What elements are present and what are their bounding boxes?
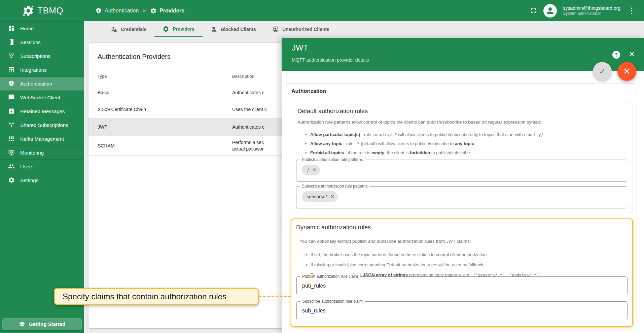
sidebar-item-label: Authentication bbox=[20, 81, 52, 87]
sidebar-item-retained-messages[interactable]: Retained Messages bbox=[0, 104, 84, 118]
sidebar-item-subscriptions[interactable]: Subscriptions bbox=[0, 49, 84, 63]
rule-bullet: If set, the broker uses the topic patter… bbox=[311, 252, 625, 258]
sidebar-item-kafka-management[interactable]: Kafka Management bbox=[0, 132, 84, 146]
chip-remove-icon[interactable]: ✕ bbox=[330, 194, 334, 200]
sidebar-item-label: Integrations bbox=[20, 67, 46, 73]
sidebar-item-label: Kafka Management bbox=[20, 136, 64, 142]
rule-bullet: Allow any topic - rule .* (default) will… bbox=[310, 140, 626, 147]
cell-type: Basic bbox=[98, 90, 109, 95]
getting-started-button[interactable]: Getting Started bbox=[2, 318, 82, 330]
column-header-type[interactable]: Type bbox=[98, 74, 107, 79]
sidebar-item-users[interactable]: Users bbox=[0, 160, 84, 173]
chip-remove-icon[interactable]: ✕ bbox=[312, 167, 317, 173]
integrations-icon bbox=[8, 66, 15, 73]
person-off-icon bbox=[211, 26, 217, 33]
field-label: Subscribe authorization rule claim bbox=[300, 299, 365, 304]
default-rules-title: Default authorization rules bbox=[297, 108, 368, 115]
annotation-callout: Specify claims that contain authorizatio… bbox=[54, 288, 259, 305]
fullscreen-button[interactable] bbox=[529, 7, 537, 15]
sidebar-item-integrations[interactable]: Integrations bbox=[0, 63, 84, 77]
pattern-chip: .* ✕ bbox=[302, 165, 320, 175]
publish-claim-input[interactable] bbox=[297, 277, 613, 295]
tab-label: Providers bbox=[173, 26, 194, 32]
gear-icon bbox=[163, 26, 169, 32]
help-button[interactable]: ? bbox=[612, 51, 620, 59]
dynamic-authorization-rules-card: Dynamic authorization rules You can opti… bbox=[291, 219, 633, 327]
breadcrumb-separator: > bbox=[142, 8, 147, 13]
field-label: Publish authorization rule claim bbox=[300, 274, 360, 279]
field-label: Subscribe authorization rule patterns bbox=[300, 184, 369, 189]
sidebar-item-shared-subscriptions[interactable]: Shared Subscriptions bbox=[0, 118, 84, 132]
cell-type: SCRAM bbox=[98, 143, 115, 148]
fullscreen-icon bbox=[529, 7, 537, 15]
person-icon bbox=[545, 6, 555, 16]
rule-bullet: If missing or invalid, the corresponding… bbox=[311, 262, 625, 268]
gear-icon bbox=[150, 7, 157, 14]
tbmq-logo-icon bbox=[22, 5, 34, 17]
sidebar-item-monitoring[interactable]: Monitoring bbox=[0, 146, 84, 160]
tab-unauthorized-clients[interactable]: Unauthorized Clients bbox=[264, 21, 337, 37]
subscribe-rule-patterns-field[interactable]: Subscribe authorization rule patterns se… bbox=[296, 186, 627, 208]
school-icon bbox=[19, 321, 25, 327]
drawer-body: Authorization Default authorization rule… bbox=[282, 71, 644, 333]
drawer-header: JWT MQTT authentication provider details… bbox=[282, 38, 644, 71]
app-logo[interactable]: TBMQ bbox=[0, 0, 84, 21]
default-rules-list: Allow particular topic(s) - rule country… bbox=[304, 131, 626, 159]
tab-label: Blocked Clients bbox=[221, 27, 256, 32]
auth-tabs: Credentials Providers Blocked Clients Un… bbox=[84, 21, 644, 37]
close-icon[interactable]: ✕ bbox=[629, 50, 635, 59]
topbar-right: sysadmin@thingsboard.org System administ… bbox=[529, 4, 644, 18]
tab-providers[interactable]: Providers bbox=[154, 21, 203, 37]
no-account-icon bbox=[272, 26, 279, 33]
rule-bullet: Forbid all topics - if the rule is empty… bbox=[310, 149, 626, 156]
publish-rule-patterns-field[interactable]: Publish authorization rule patterns .* ✕ bbox=[296, 160, 627, 182]
user-email: sysadmin@thingsboard.org bbox=[563, 5, 620, 11]
sidebar-item-authentication[interactable]: Authentication bbox=[0, 77, 84, 91]
sidebar-item-label: WebSocket Client bbox=[20, 95, 60, 100]
app-logo-text: TBMQ bbox=[37, 5, 63, 16]
authorization-title: Authorization bbox=[291, 88, 326, 94]
rule-bullet: Allow particular topic(s) - rule country… bbox=[310, 131, 626, 138]
person-lock-icon bbox=[111, 26, 117, 33]
sidebar-item-label: Retained Messages bbox=[20, 108, 65, 114]
archive-icon bbox=[8, 108, 15, 114]
cell-type: X.509 Certificate Chain bbox=[98, 107, 146, 112]
sidebar-item-label: Users bbox=[20, 164, 33, 169]
avatar[interactable] bbox=[543, 4, 557, 18]
drawer-subtitle: MQTT authentication provider details bbox=[292, 57, 369, 63]
breadcrumb-authentication[interactable]: Authentication bbox=[95, 7, 139, 14]
people-icon bbox=[8, 163, 15, 170]
confirm-fab[interactable]: ✓ bbox=[593, 62, 612, 81]
field-label: Publish authorization rule patterns bbox=[300, 157, 365, 162]
authorization-section: Authorization Default authorization rule… bbox=[286, 83, 637, 333]
sidebar-item-home[interactable]: Home bbox=[0, 22, 84, 35]
subscribe-claim-field: Subscribe authorization rule claim bbox=[296, 301, 628, 320]
annotation-connector-line bbox=[259, 296, 291, 297]
sidebar-item-label: Monitoring bbox=[20, 150, 44, 156]
publish-claim-field: Publish authorization rule claim bbox=[296, 276, 628, 295]
pattern-chip: sensors/.* ✕ bbox=[302, 191, 338, 202]
filter-icon bbox=[8, 53, 15, 59]
user-menu[interactable]: sysadmin@thingsboard.org System administ… bbox=[563, 5, 620, 16]
more-menu-button[interactable]: ⋮ bbox=[627, 6, 637, 15]
sidebar-item-websocket-client[interactable]: WebSocket Client bbox=[0, 91, 84, 104]
dynamic-rules-intro: You can optionally extract publish and s… bbox=[299, 239, 471, 244]
sidebar-item-settings[interactable]: Settings bbox=[0, 173, 84, 187]
tab-blocked-clients[interactable]: Blocked Clients bbox=[203, 21, 264, 37]
tab-credentials[interactable]: Credentials bbox=[103, 21, 154, 37]
cancel-fab[interactable]: ✕ bbox=[617, 62, 636, 81]
dynamic-rules-title: Dynamic authorization rules bbox=[296, 224, 371, 231]
breadcrumb-providers[interactable]: Providers bbox=[150, 7, 184, 14]
sidebar-item-label: Home bbox=[20, 26, 34, 31]
default-rules-intro: Authorization rule patterns allow contro… bbox=[297, 120, 541, 125]
previous-section-edge bbox=[286, 71, 637, 75]
sidebar-nav: Home Sessions Subscriptions Integrations… bbox=[0, 21, 84, 187]
sidebar-item-label: Settings bbox=[20, 177, 38, 183]
jwt-provider-drawer: JWT MQTT authentication provider details… bbox=[282, 38, 644, 333]
subscribe-claim-input[interactable] bbox=[297, 302, 613, 320]
sidebar-item-label: Shared Subscriptions bbox=[20, 122, 68, 128]
sidebar-item-sessions[interactable]: Sessions bbox=[0, 35, 84, 49]
dashboard-icon bbox=[8, 25, 15, 32]
column-header-description[interactable]: Description bbox=[232, 74, 254, 79]
monitor-icon bbox=[8, 149, 15, 156]
